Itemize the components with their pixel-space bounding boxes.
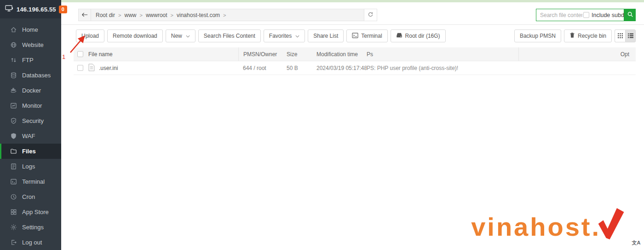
vinahost-logo-text: vinahost. [471,214,601,240]
table-header-row: File name PMSN/Owner Size Modification t… [74,47,636,61]
sidebar-nav: Home Website FTP Databases Docker Monito… [0,18,61,250]
refresh-button[interactable] [364,9,377,21]
breadcrumb-separator: > [223,12,226,18]
breadcrumb-item-root[interactable]: Root dir [96,12,115,18]
terminal-button[interactable]: Terminal [346,29,387,42]
sidebar-item-settings[interactable]: Settings [0,220,61,235]
column-header-ps[interactable]: Ps [367,51,518,58]
sidebar-item-label: Cron [22,193,35,200]
log-icon [10,163,17,170]
search-input[interactable] [540,12,582,18]
sidebar-item-label: Docker [22,87,41,94]
server-ip: 146.196.65.55 [17,6,56,13]
file-name[interactable]: .user.ini [99,65,118,71]
globe-icon [10,41,17,49]
recycle-bin-button[interactable]: Recycle bin [564,29,612,42]
backup-pmsn-button[interactable]: Backup PMSN [514,29,561,42]
sidebar-item-label: Security [22,117,44,124]
chevron-down-icon [295,33,299,39]
sidebar-item-label: Settings [22,224,44,231]
breadcrumb-item-www[interactable]: www [124,12,136,18]
new-dropdown-button[interactable]: New [166,29,196,42]
back-button[interactable] [79,9,91,21]
breadcrumb-item-site[interactable]: vinahost-test.com [177,12,220,18]
include-subdir-option[interactable]: Include subdir [583,12,627,18]
terminal-label: Terminal [361,33,382,39]
search-files-content-button[interactable]: Search Files Content [198,29,261,42]
share-list-button[interactable]: Share List [308,29,344,42]
sidebar-item-logs[interactable]: Logs [0,159,61,174]
remote-download-button[interactable]: Remote download [107,29,163,42]
sidebar-item-monitor[interactable]: Monitor [0,98,61,113]
sidebar-item-label: Home [22,26,38,33]
breadcrumb-item-wwwroot[interactable]: wwwroot [146,12,167,18]
sidebar-item-label: App Store [22,209,49,215]
refresh-icon [368,11,374,19]
sidebar-item-databases[interactable]: Databases [0,68,61,83]
file-table: File name PMSN/Owner Size Modification t… [74,47,636,75]
toolbar-divider [61,24,644,25]
sidebar-item-label: Logs [22,163,35,170]
translate-glyph: 文A [632,239,641,246]
sidebar-item-waf[interactable]: WAF [0,128,61,144]
column-header-file-name[interactable]: File name [88,51,238,58]
vinahost-logo: vinahost. [471,206,625,248]
include-subdir-checkbox[interactable] [583,12,589,18]
search-button[interactable] [624,9,636,21]
file-size: 50 B [284,65,315,71]
docker-icon [10,87,17,94]
sidebar-item-website[interactable]: Website [0,37,61,52]
sidebar-item-files[interactable]: Files [0,144,61,159]
breadcrumb-separator: > [139,12,142,18]
file-toolbar: Upload Remote download New Search Files … [76,29,636,42]
include-subdir-label: Include subdir [592,12,627,18]
sidebar-item-cron[interactable]: Cron [0,189,61,204]
sidebar-item-ftp[interactable]: FTP [0,52,61,68]
terminal-icon [10,178,17,186]
database-icon [10,72,17,79]
list-view-button[interactable] [625,29,636,42]
favorites-dropdown-button[interactable]: Favorites [264,29,305,42]
row-checkbox[interactable] [77,65,83,71]
column-header-modification-time[interactable]: Modification time [315,51,367,58]
sidebar-item-label: Files [22,148,36,155]
sidebar-item-security[interactable]: Security [0,113,61,128]
column-header-pmsn-owner[interactable]: PMSN/Owner [238,47,284,61]
top-accent-strip [61,0,644,2]
ftp-icon [10,57,17,64]
backup-pmsn-label: Backup PMSN [520,33,556,39]
vinahost-logo-checkmark-icon [596,206,625,244]
grid-view-button[interactable] [615,29,625,42]
annotation-step-number: 1 [62,53,65,60]
file-search-group: Include subdir [536,9,636,21]
sidebar-item-logout[interactable]: Log out [0,235,61,250]
table-row[interactable]: .user.ini 644 / root 50 B 2024/03/19 05:… [74,61,636,75]
column-header-size[interactable]: Size [284,51,315,58]
trash-icon [569,32,575,40]
root-dir-button[interactable]: Root dir (16G) [391,29,446,42]
translate-icon[interactable]: 文A [632,238,641,247]
sidebar-item-home[interactable]: Home [0,22,61,37]
search-box: Include subdir [536,9,624,21]
chevron-down-icon [186,33,190,39]
server-header[interactable]: 146.196.65.55 0 [0,0,61,18]
recycle-bin-label: Recycle bin [578,33,606,39]
sidebar-item-label: Terminal [22,178,45,185]
sidebar-item-terminal[interactable]: Terminal [0,174,61,189]
sidebar-item-label: FTP [22,57,34,64]
select-all-checkbox[interactable] [77,51,83,57]
favorites-label: Favorites [269,33,292,39]
logout-icon [10,239,17,246]
sidebar-item-docker[interactable]: Docker [0,83,61,98]
sidebar-item-label: Website [22,41,44,48]
upload-label: Upload [81,33,99,39]
shield-icon [10,133,17,140]
root-dir-label: Root dir (16G) [405,33,440,39]
search-files-content-label: Search Files Content [204,33,255,39]
breadcrumb-separator: > [171,12,173,18]
sidebar: 146.196.65.55 0 Home Website FTP Databas… [0,0,61,250]
path-bar: Root dir > www > wwwroot > vinahost-test… [78,9,377,21]
sidebar-item-app-store[interactable]: App Store [0,204,61,220]
message-count-badge[interactable]: 0 [59,6,67,13]
upload-button[interactable]: Upload [76,29,104,42]
